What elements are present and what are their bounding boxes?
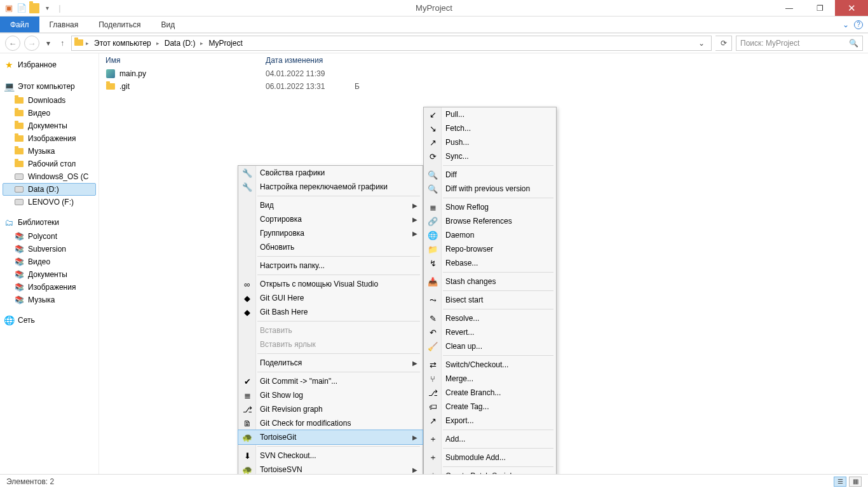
chevron-right-icon[interactable]: ▸: [200, 40, 203, 46]
breadcrumb[interactable]: Data (D:): [162, 39, 198, 48]
nav-forward-button[interactable]: →: [24, 36, 39, 51]
file-icon: [105, 81, 116, 92]
nav-item[interactable]: 📚Subversion: [3, 243, 96, 255]
menu-item[interactable]: ⇄Switch/Checkout...: [424, 358, 556, 372]
menu-item[interactable]: Группировка▶: [238, 226, 423, 240]
file-row[interactable]: main.py04.01.2022 11:39: [99, 67, 868, 80]
nav-item[interactable]: 📚Polycont: [3, 230, 96, 243]
properties-icon[interactable]: ▣: [4, 3, 14, 13]
menu-item[interactable]: 🔧Настройка переключаемой графики: [238, 180, 423, 194]
nav-item[interactable]: Рабочий стол: [3, 158, 96, 170]
nav-item[interactable]: Windows8_OS (C: [3, 170, 96, 183]
nav-item[interactable]: 📚Документы: [3, 268, 96, 281]
menu-item[interactable]: 🧹Clean up...: [424, 339, 556, 353]
nav-item[interactable]: Документы: [3, 119, 96, 132]
title-bar: ▣ 📄 ▾ | MyProject ― ❐ ✕: [0, 0, 868, 17]
menu-item[interactable]: ⟳Sync...: [424, 149, 556, 163]
file-row[interactable]: .git06.01.2022 13:31Б: [99, 80, 868, 93]
address-dropdown-icon[interactable]: ⌄: [695, 39, 709, 48]
nav-item[interactable]: Изображения: [3, 132, 96, 145]
menu-item-icon: ⤳: [428, 295, 438, 305]
tab-home[interactable]: Главная: [39, 17, 89, 32]
nav-group-network[interactable]: 🌐Сеть: [3, 313, 96, 328]
menu-item[interactable]: ↘Fetch...: [424, 121, 556, 135]
menu-item[interactable]: ↗Push...: [424, 135, 556, 149]
menu-item[interactable]: ↶Revert...: [424, 325, 556, 339]
new-file-icon[interactable]: 📄: [17, 3, 27, 13]
minimize-button[interactable]: ―: [774, 0, 804, 16]
chevron-right-icon[interactable]: ▸: [86, 40, 89, 46]
nav-item[interactable]: Музыка: [3, 145, 96, 158]
menu-item[interactable]: ≣Show Reflog: [424, 200, 556, 214]
menu-item[interactable]: 🏷Create Tag...: [424, 400, 556, 414]
file-date: 06.01.2022 13:31: [266, 82, 355, 91]
nav-item[interactable]: 📚Изображения: [3, 281, 96, 294]
nav-item[interactable]: LENOVO (F:): [3, 196, 96, 208]
menu-item[interactable]: 🔗Browse References: [424, 214, 556, 228]
search-input[interactable]: Поиск: MyProject 🔍: [736, 36, 863, 51]
menu-item[interactable]: ✎Resolve...: [424, 311, 556, 325]
view-details-button[interactable]: ☰: [834, 477, 846, 487]
qat-folder-icon[interactable]: [29, 3, 39, 13]
chevron-right-icon[interactable]: ▸: [156, 40, 159, 46]
menu-item[interactable]: 🌐Daemon: [424, 228, 556, 242]
menu-item[interactable]: Сортировка▶: [238, 212, 423, 226]
breadcrumb[interactable]: Этот компьютер: [92, 39, 154, 48]
menu-item[interactable]: ⑂Merge...: [424, 372, 556, 386]
menu-item[interactable]: ≣Git Show log: [238, 388, 423, 402]
menu-item[interactable]: ＋Submodule Add...: [424, 451, 556, 464]
recent-dropdown-icon[interactable]: ▾: [43, 39, 53, 48]
tab-file[interactable]: Файл: [0, 17, 39, 32]
menu-item[interactable]: 🔍Diff: [424, 168, 556, 182]
qat-dropdown-icon[interactable]: ▾: [42, 3, 52, 13]
menu-item[interactable]: ⎇Git Revision graph: [238, 402, 423, 416]
tab-share[interactable]: Поделиться: [88, 17, 151, 32]
menu-item[interactable]: ⬇SVN Checkout...: [238, 449, 423, 463]
refresh-button[interactable]: ⟳: [715, 36, 732, 51]
menu-item-label: Вид: [260, 201, 274, 210]
menu-item[interactable]: ✔Git Commit -> "main"...: [238, 374, 423, 388]
nav-item[interactable]: Видео: [3, 107, 96, 119]
menu-item[interactable]: Вид▶: [238, 198, 423, 212]
menu-item[interactable]: Обновить: [238, 240, 423, 254]
nav-back-button[interactable]: ←: [5, 36, 20, 51]
breadcrumb[interactable]: MyProject: [206, 39, 245, 48]
tab-view[interactable]: Вид: [151, 17, 185, 32]
col-header-date[interactable]: Дата изменения: [266, 56, 355, 65]
help-icon[interactable]: ?: [854, 20, 863, 29]
menu-item[interactable]: 🔍Diff with previous version: [424, 182, 556, 196]
menu-item[interactable]: ↗Export...: [424, 414, 556, 428]
menu-item[interactable]: ◆Git GUI Here: [238, 291, 423, 305]
close-button[interactable]: ✕: [835, 0, 868, 16]
nav-up-button[interactable]: ↑: [57, 39, 67, 48]
menu-item-label: Show Reflog: [445, 203, 489, 212]
menu-item[interactable]: ⎇Create Branch...: [424, 386, 556, 400]
menu-item[interactable]: ◆Git Bash Here: [238, 305, 423, 319]
nav-group-favorites[interactable]: ★Избранное: [3, 57, 96, 72]
menu-item[interactable]: ⤳Bisect start: [424, 293, 556, 307]
menu-item[interactable]: ∞Открыть с помощью Visual Studio: [238, 277, 423, 291]
address-bar[interactable]: ▸ Этот компьютер ▸ Data (D:) ▸ MyProject…: [71, 36, 712, 51]
nav-group-thispc[interactable]: 💻Этот компьютер: [3, 79, 96, 94]
menu-item[interactable]: ↯Rebase...: [424, 256, 556, 270]
menu-item[interactable]: ↙Pull...: [424, 107, 556, 121]
maximize-button[interactable]: ❐: [804, 0, 835, 16]
col-header-name[interactable]: Имя: [104, 56, 266, 65]
nav-item[interactable]: Downloads: [3, 94, 96, 107]
nav-item[interactable]: 📚Видео: [3, 255, 96, 268]
menu-item[interactable]: 📁Repo-browser: [424, 242, 556, 256]
menu-item[interactable]: 🔧Свойства графики: [238, 166, 423, 180]
menu-item-label: Git Show log: [260, 391, 303, 400]
menu-item[interactable]: 📥Stash changes: [424, 274, 556, 288]
nav-group-libraries[interactable]: 🗂Библиотеки: [3, 215, 96, 230]
nav-item[interactable]: Data (D:): [3, 183, 96, 196]
submenu-arrow-icon: ▶: [412, 434, 417, 441]
menu-item[interactable]: 🐢TortoiseGit▶: [238, 430, 423, 444]
menu-item[interactable]: Поделиться▶: [238, 356, 423, 370]
menu-item[interactable]: 🗎Git Check for modifications: [238, 416, 423, 430]
menu-item[interactable]: ＋Add...: [424, 432, 556, 446]
nav-item[interactable]: 📚Музыка: [3, 294, 96, 306]
view-icons-button[interactable]: ▦: [849, 477, 862, 487]
ribbon-expand-icon[interactable]: ⌄: [843, 20, 849, 29]
menu-item[interactable]: Настроить папку...: [238, 259, 423, 273]
